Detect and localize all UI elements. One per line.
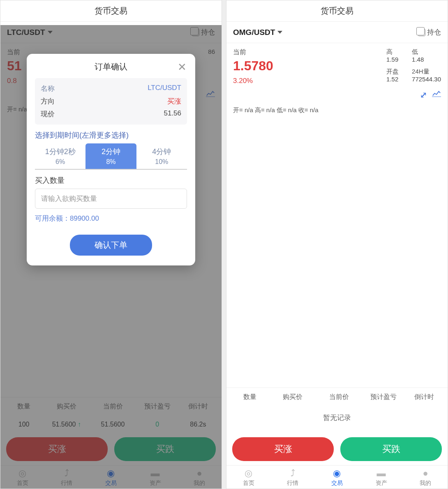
info-value: LTC/USDT xyxy=(148,84,181,93)
tab-label: 我的 xyxy=(420,480,431,486)
phone-right: 货币交易 OMG/USDT 持仓 当前 1.5780 3.20% 高1.59 低… xyxy=(226,0,448,489)
table-header: 数量 购买价 当前价 预计盈亏 倒计时 xyxy=(226,388,448,406)
high-val: 1.59 xyxy=(386,56,399,63)
th-qty: 数量 xyxy=(231,393,268,401)
no-record: 暂无记录 xyxy=(226,406,448,429)
expiry-option[interactable]: 1分钟2秒6% xyxy=(35,143,85,169)
qty-input[interactable]: 请输入欲购买数量 xyxy=(35,189,187,209)
tab-label: 交易 xyxy=(331,480,343,486)
info-label: 方向 xyxy=(41,97,55,106)
close-icon[interactable]: ✕ xyxy=(177,62,187,72)
vol-label: 24H量 xyxy=(412,68,441,76)
tab-label: 首页 xyxy=(243,480,254,486)
modal-title: 订单确认 xyxy=(45,61,177,72)
chart-toolbar xyxy=(226,90,448,103)
tab-home[interactable]: ◎首页 xyxy=(226,466,271,489)
buy-down-button[interactable]: 买跌 xyxy=(340,437,442,461)
open-label: 开盘 xyxy=(386,68,399,76)
tab-trade[interactable]: ◉交易 xyxy=(315,466,359,489)
buy-qty-label: 买入数量 xyxy=(35,175,187,185)
expand-icon[interactable] xyxy=(420,90,427,100)
info-value: 51.56 xyxy=(164,109,181,119)
positions-icon xyxy=(418,29,425,36)
positions-button[interactable]: 持仓 xyxy=(418,28,441,37)
mine-icon: ● xyxy=(403,468,448,479)
phone-left: 货币交易 LTC/USDT 持仓 当前 51 0.8 86 开= n/a 数量 … xyxy=(0,0,222,489)
ohlc-line: 开= n/a 高= n/a 低= n/a 收= n/a xyxy=(226,103,448,118)
chevron-down-icon xyxy=(277,31,282,34)
current-price: 1.5780 xyxy=(233,58,386,74)
chart-area xyxy=(226,118,448,388)
tab-assets[interactable]: ▬资产 xyxy=(359,466,404,489)
page-title: 货币交易 xyxy=(226,0,448,22)
th-pnl: 预计盈亏 xyxy=(361,393,406,401)
th-cd: 倒计时 xyxy=(406,393,443,401)
buy-row: 买涨 买跌 xyxy=(226,433,448,465)
th-cur: 当前价 xyxy=(316,393,361,401)
tab-label: 行情 xyxy=(287,480,298,486)
tab-market[interactable]: ⤴行情 xyxy=(271,466,315,489)
low-label: 低 xyxy=(412,48,441,56)
info-value: 买涨 xyxy=(167,97,181,106)
expiry-options: 1分钟2秒6%2分钟8%4分钟10% xyxy=(35,143,187,170)
order-info-box: 名称LTC/USDT方向买涨现价51.56 xyxy=(35,78,187,125)
open-val: 1.52 xyxy=(386,76,399,83)
low-val: 1.48 xyxy=(412,56,441,63)
chart-icon[interactable] xyxy=(432,90,441,100)
expiry-option[interactable]: 4分钟10% xyxy=(136,143,187,169)
market-icon: ⤴ xyxy=(271,468,315,479)
quote-stats: 高1.59 低1.48 开盘1.52 24H量772544.30 xyxy=(386,48,441,85)
th-buy: 购买价 xyxy=(268,393,316,401)
tab-mine[interactable]: ●我的 xyxy=(403,466,448,489)
order-confirm-modal: 订单确认 ✕ 名称LTC/USDT方向买涨现价51.56 选择到期时间(左滑更多… xyxy=(27,54,195,265)
tab-label: 资产 xyxy=(376,480,387,486)
positions-label: 持仓 xyxy=(427,28,441,37)
expiry-option[interactable]: 2分钟8% xyxy=(85,143,136,169)
available-balance: 可用余额：89900.00 xyxy=(35,214,187,223)
assets-icon: ▬ xyxy=(359,468,404,479)
tabbar: ◎首页⤴行情◉交易▬资产●我的 xyxy=(226,465,448,489)
select-expiry-label: 选择到期时间(左滑更多选择) xyxy=(35,130,187,140)
high-label: 高 xyxy=(386,48,399,56)
info-label: 现价 xyxy=(41,109,55,119)
info-label: 名称 xyxy=(41,84,55,93)
pct-change: 3.20% xyxy=(233,77,386,85)
pair-selector[interactable]: OMG/USDT xyxy=(233,28,282,37)
current-label: 当前 xyxy=(233,48,386,57)
home-icon: ◎ xyxy=(226,468,271,479)
pair-row: OMG/USDT 持仓 xyxy=(226,22,448,43)
pair-label: OMG/USDT xyxy=(233,28,275,37)
trade-icon: ◉ xyxy=(315,468,359,479)
quote-panel: 当前 1.5780 3.20% 高1.59 低1.48 开盘1.52 24H量7… xyxy=(226,43,448,90)
confirm-order-button[interactable]: 确认下单 xyxy=(70,235,152,256)
vol-val: 772544.30 xyxy=(412,76,441,83)
buy-up-button[interactable]: 买涨 xyxy=(232,437,334,461)
page-title: 货币交易 xyxy=(0,0,222,22)
